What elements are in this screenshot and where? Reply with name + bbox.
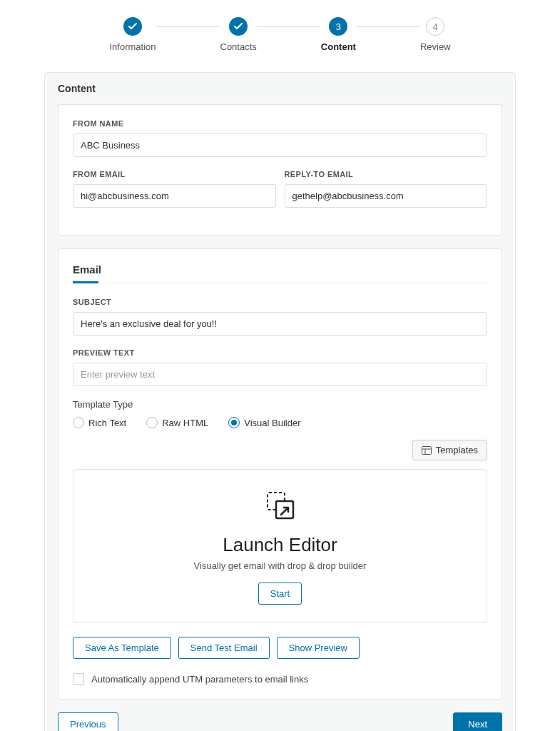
from-card: FROM NAME FROM EMAIL REPLY-TO EMAIL: [58, 104, 502, 236]
reply-to-input[interactable]: [285, 184, 488, 208]
start-button[interactable]: Start: [258, 583, 302, 605]
step-connector: [257, 26, 321, 27]
content-panel: Content FROM NAME FROM EMAIL REPLY-TO EM…: [44, 72, 516, 731]
tab-email[interactable]: Email: [73, 263, 487, 283]
from-email-input[interactable]: [73, 184, 276, 208]
radio-rich-text[interactable]: Rich Text: [73, 417, 126, 428]
launch-subtitle: Visually get email with drop & drop buil…: [88, 560, 472, 571]
previous-button[interactable]: Previous: [58, 712, 118, 731]
step-connector: [156, 26, 220, 27]
save-as-template-button[interactable]: Save As Template: [73, 637, 171, 659]
step-content[interactable]: 3 Content: [321, 17, 356, 52]
from-name-label: FROM NAME: [73, 119, 487, 128]
radio-visual-builder[interactable]: Visual Builder: [228, 417, 300, 428]
radio-icon: [228, 417, 240, 428]
check-icon: [229, 17, 248, 36]
svg-rect-4: [276, 501, 293, 518]
launch-editor-box: Launch Editor Visually get email with dr…: [73, 469, 487, 622]
panel-title: Content: [45, 73, 515, 104]
wizard-stepper: Information Contacts 3 Content 4 Review: [0, 0, 560, 61]
svg-rect-0: [422, 446, 431, 454]
check-icon: [123, 17, 142, 36]
step-number: 3: [329, 17, 347, 36]
radio-icon: [73, 417, 84, 428]
step-number: 4: [426, 17, 444, 36]
utm-checkbox-row[interactable]: Automatically append UTM parameters to e…: [73, 673, 487, 685]
radio-raw-html[interactable]: Raw HTML: [146, 417, 208, 428]
email-card: Email SUBJECT PREVIEW TEXT Template Type…: [58, 248, 502, 700]
checkbox-icon: [73, 673, 84, 685]
radio-label: Raw HTML: [162, 418, 208, 428]
show-preview-button[interactable]: Show Preview: [277, 637, 360, 659]
send-test-email-button[interactable]: Send Test Email: [178, 637, 270, 659]
template-type-radios: Rich Text Raw HTML Visual Builder: [73, 417, 487, 428]
subject-input[interactable]: [73, 312, 487, 336]
radio-label: Rich Text: [88, 418, 126, 428]
templates-button[interactable]: Templates: [412, 440, 487, 460]
preview-text-label: PREVIEW TEXT: [73, 348, 487, 357]
step-label: Information: [109, 41, 156, 52]
template-type-label: Template Type: [73, 399, 487, 410]
step-connector: [356, 26, 420, 27]
reply-to-label: REPLY-TO EMAIL: [285, 170, 488, 178]
step-information[interactable]: Information: [109, 17, 156, 52]
step-contacts[interactable]: Contacts: [220, 17, 257, 52]
from-email-label: FROM EMAIL: [73, 170, 276, 178]
radio-label: Visual Builder: [244, 418, 300, 428]
from-name-input[interactable]: [73, 133, 487, 157]
step-label: Review: [420, 41, 451, 52]
radio-icon: [146, 417, 158, 428]
layout-icon: [422, 446, 432, 455]
next-button[interactable]: Next: [453, 712, 502, 731]
preview-text-input[interactable]: [73, 363, 487, 386]
step-label: Contacts: [220, 41, 257, 52]
selection-icon: [263, 490, 297, 521]
step-label: Content: [321, 41, 356, 52]
templates-button-label: Templates: [436, 445, 478, 455]
utm-checkbox-label: Automatically append UTM parameters to e…: [91, 674, 308, 685]
step-review[interactable]: 4 Review: [420, 17, 451, 52]
launch-title: Launch Editor: [88, 534, 472, 556]
subject-label: SUBJECT: [73, 298, 487, 306]
wizard-footer: Previous Next: [58, 712, 502, 731]
